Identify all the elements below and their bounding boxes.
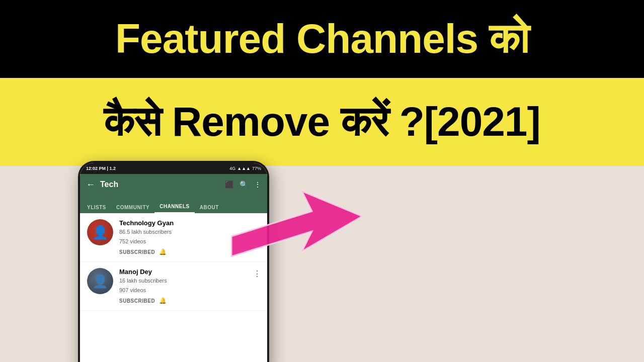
title-line1: Featured Channels को xyxy=(115,17,529,60)
search-icon[interactable]: 🔍 xyxy=(239,180,248,189)
channel-actions-manoj: SUBSCRIBED 🔔 xyxy=(119,297,260,304)
bell-icon-tech[interactable]: 🔔 xyxy=(159,248,167,255)
tab-community[interactable]: COMMUNITY xyxy=(111,201,154,213)
youtube-header: ← Tech ⬛ 🔍 ⋮ xyxy=(80,174,267,195)
yellow-bar: कैसे Remove करें ?[2021] xyxy=(0,78,644,166)
channel-title: Tech xyxy=(100,180,220,189)
avatar-manoj xyxy=(87,268,113,294)
status-time: 12:02 PM | 1.2 xyxy=(86,166,116,171)
channel-item-tech[interactable]: Technology Gyan 86.5 lakh subscribers 75… xyxy=(80,213,267,262)
status-bar: 12:02 PM | 1.2 4G ▲▲▲ 77% xyxy=(80,163,267,174)
channel-videos-manoj: 907 videos xyxy=(119,286,260,295)
more-options-manoj[interactable]: ⋮ xyxy=(253,269,261,279)
channel-subscribers-manoj: 16 lakh subscribers xyxy=(119,277,260,285)
channel-videos-tech: 752 videos xyxy=(119,237,260,246)
header-icons: ⬛ 🔍 ⋮ xyxy=(225,180,261,189)
phone-screen: 12:02 PM | 1.2 4G ▲▲▲ 77% ← Tech ⬛ 🔍 ⋮ xyxy=(80,163,267,362)
channel-subscribers-tech: 86.5 lakh subscribers xyxy=(119,228,260,236)
channel-info-tech: Technology Gyan 86.5 lakh subscribers 75… xyxy=(119,219,260,255)
content-area: 12:02 PM | 1.2 4G ▲▲▲ 77% ← Tech ⬛ 🔍 ⋮ xyxy=(0,166,644,362)
channel-info-manoj: Manoj Dey 16 lakh subscribers 907 videos… xyxy=(119,268,260,304)
battery-text: 77% xyxy=(252,166,261,171)
cast-icon[interactable]: ⬛ xyxy=(225,180,233,189)
avatar-tech xyxy=(87,219,113,245)
top-bar: Featured Channels को xyxy=(0,0,644,78)
more-menu-icon[interactable]: ⋮ xyxy=(254,180,261,189)
subscribed-button-manoj[interactable]: SUBSCRIBED xyxy=(119,298,155,304)
status-icons: 4G ▲▲▲ 77% xyxy=(229,166,261,171)
channel-item-manoj[interactable]: Manoj Dey 16 lakh subscribers 907 videos… xyxy=(80,262,267,311)
tab-about[interactable]: ABOUT xyxy=(195,201,224,213)
title-line2: कैसे Remove करें ?[2021] xyxy=(104,100,540,143)
subscribed-button-tech[interactable]: SUBSCRIBED xyxy=(119,249,155,255)
channel-list: Technology Gyan 86.5 lakh subscribers 75… xyxy=(80,213,267,362)
tab-playlists[interactable]: YLISTS xyxy=(82,201,111,213)
wifi-icon: ▲▲▲ xyxy=(237,166,251,171)
tab-bar: YLISTS COMMUNITY CHANNELS ABOUT xyxy=(80,195,267,213)
channel-actions-tech: SUBSCRIBED 🔔 xyxy=(119,248,260,255)
phone-mockup: 12:02 PM | 1.2 4G ▲▲▲ 77% ← Tech ⬛ 🔍 ⋮ xyxy=(78,161,269,362)
tab-channels[interactable]: CHANNELS xyxy=(154,200,195,213)
signal-icon: 4G xyxy=(229,166,235,171)
back-button[interactable]: ← xyxy=(86,179,95,190)
channel-name-manoj: Manoj Dey xyxy=(119,268,260,276)
channel-name-tech: Technology Gyan xyxy=(119,219,260,227)
bell-icon-manoj[interactable]: 🔔 xyxy=(159,297,167,304)
main-container: Featured Channels को कैसे Remove करें ?[… xyxy=(0,0,644,362)
